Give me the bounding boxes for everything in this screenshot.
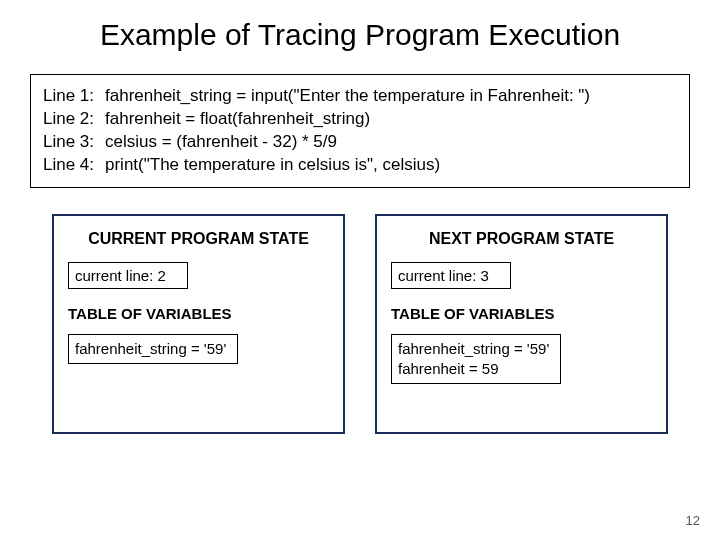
current-state-box: CURRENT PROGRAM STATE current line: 2 TA… bbox=[52, 214, 345, 434]
next-line-cell: current line: 3 bbox=[391, 262, 511, 289]
next-vars-heading: TABLE OF VARIABLES bbox=[391, 305, 652, 322]
code-line: Line 3: celsius = (fahrenheit - 32) * 5/… bbox=[43, 131, 677, 154]
line-label: Line 4: bbox=[43, 154, 105, 177]
current-vars-heading: TABLE OF VARIABLES bbox=[68, 305, 329, 322]
current-state-heading: CURRENT PROGRAM STATE bbox=[68, 230, 329, 248]
state-columns: CURRENT PROGRAM STATE current line: 2 TA… bbox=[30, 214, 690, 434]
next-state-heading: NEXT PROGRAM STATE bbox=[391, 230, 652, 248]
line-label: Line 1: bbox=[43, 85, 105, 108]
current-line-cell: current line: 2 bbox=[68, 262, 188, 289]
current-vars-cell: fahrenheit_string = '59' bbox=[68, 334, 238, 364]
var-row: fahrenheit = 59 bbox=[398, 359, 550, 379]
next-vars-cell: fahrenheit_string = '59' fahrenheit = 59 bbox=[391, 334, 561, 385]
line-text: celsius = (fahrenheit - 32) * 5/9 bbox=[105, 131, 677, 154]
page-number: 12 bbox=[686, 513, 700, 528]
var-row: fahrenheit_string = '59' bbox=[75, 339, 227, 359]
code-listing: Line 1: fahrenheit_string = input("Enter… bbox=[30, 74, 690, 188]
slide-title: Example of Tracing Program Execution bbox=[30, 18, 690, 52]
code-line: Line 4: print("The temperature in celsiu… bbox=[43, 154, 677, 177]
var-row: fahrenheit_string = '59' bbox=[398, 339, 550, 359]
code-line: Line 1: fahrenheit_string = input("Enter… bbox=[43, 85, 677, 108]
line-text: print("The temperature in celsius is", c… bbox=[105, 154, 677, 177]
line-label: Line 2: bbox=[43, 108, 105, 131]
line-text: fahrenheit = float(fahrenheit_string) bbox=[105, 108, 677, 131]
line-label: Line 3: bbox=[43, 131, 105, 154]
code-line: Line 2: fahrenheit = float(fahrenheit_st… bbox=[43, 108, 677, 131]
line-text: fahrenheit_string = input("Enter the tem… bbox=[105, 85, 677, 108]
next-state-box: NEXT PROGRAM STATE current line: 3 TABLE… bbox=[375, 214, 668, 434]
